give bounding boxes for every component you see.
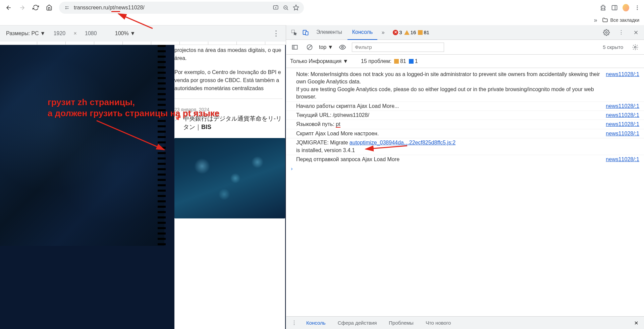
page-panel: Размеры: PC▼ 1920 × 1080 100%▼ ⋮ project… bbox=[0, 25, 286, 329]
console-toolbar: top▼ 5 скрыто bbox=[286, 40, 644, 55]
devtools-panel: Элементы Консоль » ✕3 16 81 ⋮ top▼ 5 скр… bbox=[286, 25, 644, 329]
url-bar[interactable]: transscreen.ru/pt/news11028/ bbox=[59, 2, 304, 14]
menu-icon[interactable] bbox=[634, 4, 641, 11]
tab-elements[interactable]: Элементы bbox=[312, 25, 347, 40]
bookmarks-chevron-icon[interactable]: » bbox=[592, 17, 599, 23]
console-sidebar-toggle-icon[interactable] bbox=[289, 42, 300, 53]
log-level-selector[interactable]: Только Информация▼ bbox=[290, 58, 348, 64]
console-log-row: Note: MonsterInsights does not track you… bbox=[286, 70, 644, 102]
console-log-row: Скрипт Ajax Load More настроен.news11028… bbox=[286, 129, 644, 138]
hidden-count[interactable]: 5 скрыто bbox=[603, 44, 623, 50]
device-dropdown[interactable]: Размеры: PC▼ bbox=[6, 30, 45, 37]
device-toggle-icon[interactable] bbox=[300, 27, 311, 38]
profile-avatar[interactable] bbox=[623, 4, 629, 11]
svg-point-5 bbox=[637, 5, 638, 6]
console-log-row: Перед отправкой запроса Ajax Load Morene… bbox=[286, 155, 644, 164]
svg-point-7 bbox=[637, 9, 638, 10]
drawer-close-icon[interactable] bbox=[631, 318, 641, 328]
url-text: transscreen.ru/pt/news11028/ bbox=[74, 5, 269, 11]
drawer-menu-icon[interactable]: ⋮ bbox=[289, 318, 300, 328]
article-paragraph: Por exemplo, o Centro de Inovação do BPI… bbox=[174, 68, 282, 92]
svg-rect-4 bbox=[612, 5, 617, 10]
all-bookmarks[interactable]: Все закладки bbox=[602, 17, 639, 23]
settings-icon[interactable] bbox=[601, 27, 612, 38]
zoom-dropdown[interactable]: 100%▼ bbox=[115, 30, 136, 37]
svg-point-6 bbox=[637, 7, 638, 8]
source-link[interactable]: news11028/:1 bbox=[606, 156, 639, 163]
source-link[interactable]: news11028/:1 bbox=[606, 112, 639, 119]
console-log-row: Текущий URL: /pt/news11028/news11028/:1 bbox=[286, 111, 644, 120]
main-area: Размеры: PC▼ 1920 × 1080 100%▼ ⋮ project… bbox=[0, 25, 644, 329]
devtools-tabs: Элементы Консоль » ✕3 16 81 ⋮ bbox=[286, 25, 644, 40]
drawer-tab-scope[interactable]: Сфера действия bbox=[332, 317, 382, 329]
clear-console-icon[interactable] bbox=[304, 42, 315, 53]
issue-counts: ✕3 16 81 bbox=[393, 29, 429, 35]
ruler bbox=[0, 42, 286, 45]
console-filter-input[interactable] bbox=[352, 43, 444, 52]
devtools-menu-icon[interactable]: ⋮ bbox=[616, 27, 627, 38]
live-expression-icon[interactable] bbox=[337, 42, 348, 53]
back-button[interactable] bbox=[3, 2, 14, 13]
zoom-icon[interactable] bbox=[282, 4, 289, 11]
svg-point-1 bbox=[66, 8, 66, 9]
article-column: projectos na área das moedas digitais, o… bbox=[174, 45, 285, 329]
error-count[interactable]: ✕3 bbox=[393, 29, 402, 35]
svg-point-0 bbox=[66, 6, 66, 7]
device-toolbar: Размеры: PC▼ 1920 × 1080 100%▼ ⋮ bbox=[0, 25, 286, 42]
source-link[interactable]: autoptimize_038944da…22ecf825d8ffc5.js:2 bbox=[350, 140, 455, 145]
extensions-icon[interactable] bbox=[600, 4, 606, 11]
console-log-row: Начало работы скрипта Ajax Load More...n… bbox=[286, 102, 644, 111]
folder-icon bbox=[602, 17, 608, 23]
drawer-tab-whatsnew[interactable]: Что нового bbox=[420, 317, 456, 329]
hero-image bbox=[0, 45, 164, 246]
problem-summary[interactable]: 15 проблем: 81 1 bbox=[361, 58, 418, 64]
warning-count[interactable]: 16 bbox=[404, 29, 416, 35]
article-paragraph: projectos na área das moedas digitais, o… bbox=[174, 46, 282, 62]
source-link[interactable]: news11028/:1 bbox=[606, 130, 639, 137]
tab-console[interactable]: Консоль bbox=[347, 25, 377, 40]
console-log-row: Языковой путь: ptnews11028/:1 bbox=[286, 120, 644, 129]
all-bookmarks-label: Все закладки bbox=[610, 17, 639, 23]
sidepanel-icon[interactable] bbox=[611, 4, 618, 11]
console-settings-icon[interactable] bbox=[630, 42, 641, 53]
drawer-tab-console[interactable]: Консоль bbox=[301, 317, 331, 329]
svg-point-14 bbox=[341, 46, 343, 48]
source-link[interactable]: news11028/:1 bbox=[606, 71, 639, 101]
bookmark-star-icon[interactable] bbox=[292, 4, 299, 11]
svg-rect-10 bbox=[306, 31, 308, 35]
devtools-drawer-tabs: ⋮ Консоль Сфера действия Проблемы Что но… bbox=[286, 316, 644, 329]
page-content: projectos na área das moedas digitais, o… bbox=[0, 45, 285, 329]
reload-button[interactable] bbox=[30, 2, 41, 13]
home-button[interactable] bbox=[44, 2, 54, 13]
inspect-icon[interactable] bbox=[289, 27, 300, 38]
article-thumbnail[interactable] bbox=[174, 138, 285, 218]
viewport-width[interactable]: 1920 bbox=[49, 30, 69, 37]
console-log-row: JQMIGRATE: Migrate autoptimize_038944da…… bbox=[286, 138, 644, 155]
bookmarks-bar: » Все закладки bbox=[0, 15, 644, 25]
console-filter-bar: Только Информация▼ 15 проблем: 81 1 bbox=[286, 55, 644, 68]
source-link[interactable]: news11028/:1 bbox=[606, 103, 639, 110]
console-body[interactable]: Note: MonsterInsights does not track you… bbox=[286, 68, 644, 316]
browser-toolbar: transscreen.ru/pt/news11028/ bbox=[0, 0, 644, 15]
devtools-close-icon[interactable] bbox=[631, 27, 641, 38]
spiral-binding bbox=[158, 45, 166, 246]
device-menu-icon[interactable]: ⋮ bbox=[272, 29, 280, 38]
browser-actions bbox=[600, 4, 641, 11]
pin-icon: 📌 bbox=[174, 115, 181, 122]
forward-button[interactable] bbox=[17, 2, 28, 13]
article-title[interactable]: 📌 中央銀行はデジタル通貨革命をリ-リタン｜BIS bbox=[174, 115, 282, 131]
install-app-icon[interactable] bbox=[272, 4, 279, 11]
dim-separator: × bbox=[73, 30, 76, 37]
drawer-tab-problems[interactable]: Проблемы bbox=[383, 317, 419, 329]
article-date: 23 января, 2024 bbox=[174, 106, 282, 113]
svg-point-11 bbox=[606, 31, 607, 33]
site-info-icon[interactable] bbox=[64, 4, 70, 11]
viewport-height[interactable]: 1080 bbox=[81, 30, 101, 37]
source-link[interactable]: news11028/:1 bbox=[606, 121, 639, 128]
svg-point-15 bbox=[635, 46, 636, 48]
page-viewport[interactable]: projectos na área das moedas digitais, o… bbox=[0, 45, 286, 329]
context-selector[interactable]: top▼ bbox=[319, 44, 333, 50]
issue-count[interactable]: 81 bbox=[418, 29, 429, 35]
console-prompt[interactable]: › bbox=[286, 164, 644, 174]
tabs-overflow-icon[interactable]: » bbox=[378, 29, 388, 36]
